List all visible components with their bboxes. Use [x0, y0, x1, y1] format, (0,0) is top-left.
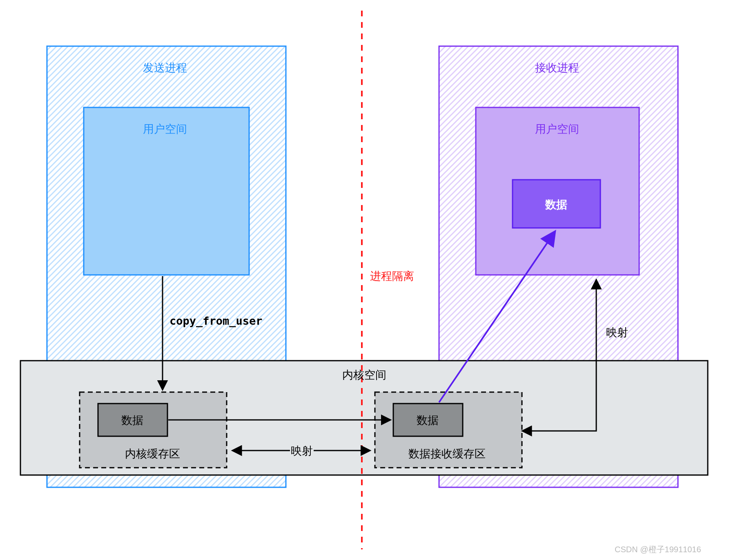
mapping-right-label: 映射 [606, 325, 628, 340]
kernel-buffer-data-label: 数据 [121, 413, 143, 428]
copy-from-user-label: copy_from_user [169, 315, 263, 327]
mapping-center-label: 映射 [290, 444, 314, 458]
receiver-user-space-label: 用户空间 [535, 122, 579, 136]
sender-user-space-label: 用户空间 [143, 122, 187, 136]
sender-process-title: 发送进程 [143, 60, 187, 75]
receiver-process-title: 接收进程 [535, 60, 579, 75]
kernel-buffer-label: 内核缓存区 [125, 446, 180, 461]
recv-buffer-data-label: 数据 [417, 413, 439, 428]
process-isolation-label: 进程隔离 [370, 269, 414, 283]
recv-buffer-label: 数据接收缓存区 [408, 446, 486, 461]
kernel-space-title: 内核空间 [342, 368, 386, 382]
receiver-data-label: 数据 [545, 197, 567, 212]
watermark: CSDN @橙子19911016 [615, 544, 701, 555]
